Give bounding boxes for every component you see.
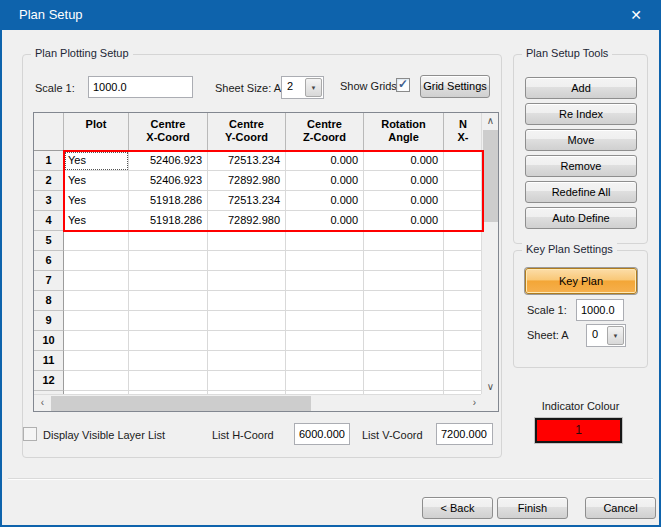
grid-cell[interactable]: Yes: [64, 211, 129, 231]
key-plan-sheet-combo[interactable]: 0 ▼: [586, 324, 626, 347]
grid-cell[interactable]: 0.000: [364, 171, 444, 191]
grid-cell[interactable]: [208, 351, 286, 371]
grid-cell[interactable]: [364, 371, 444, 391]
grid-cell[interactable]: [64, 251, 129, 271]
grid-cell[interactable]: [364, 331, 444, 351]
grid-cell[interactable]: 0.000: [286, 211, 364, 231]
grid-cell[interactable]: [444, 251, 483, 271]
grid-cell[interactable]: 0.000: [364, 151, 444, 171]
display-visible-layer-list-checkbox[interactable]: [23, 427, 37, 441]
row-header[interactable]: 1: [34, 151, 64, 171]
scroll-left-icon[interactable]: ‹: [34, 395, 51, 412]
scale-input[interactable]: [88, 76, 193, 98]
grid-cell[interactable]: 0.000: [286, 191, 364, 211]
grid-cell[interactable]: [208, 231, 286, 251]
grid-cell[interactable]: [129, 331, 208, 351]
grid-cell[interactable]: [64, 331, 129, 351]
grid-settings-button[interactable]: Grid Settings: [420, 75, 490, 98]
grid-cell[interactable]: 51918.286: [129, 191, 208, 211]
grid-cell[interactable]: [286, 291, 364, 311]
grid-cell[interactable]: 72892.980: [208, 211, 286, 231]
grid-cell[interactable]: 72892.980: [208, 171, 286, 191]
grid-cell[interactable]: [364, 351, 444, 371]
grid-cell[interactable]: [129, 231, 208, 251]
grid-cell[interactable]: [364, 291, 444, 311]
grid-cell[interactable]: [286, 371, 364, 391]
row-header[interactable]: 12: [34, 371, 64, 391]
tools-button-re-index[interactable]: Re Index: [525, 103, 637, 125]
grid-cell[interactable]: 72513.234: [208, 151, 286, 171]
grid-cell[interactable]: [64, 371, 129, 391]
grid-cell[interactable]: [64, 291, 129, 311]
grid-cell[interactable]: [129, 371, 208, 391]
horizontal-scrollbar-thumb[interactable]: [51, 396, 311, 411]
grid-cell[interactable]: [444, 291, 483, 311]
grid-cell[interactable]: [444, 231, 483, 251]
row-header[interactable]: 6: [34, 251, 64, 271]
grid-cell[interactable]: [444, 311, 483, 331]
grid-cell[interactable]: [208, 371, 286, 391]
tools-button-add[interactable]: Add: [525, 77, 637, 99]
tools-button-redefine-all[interactable]: Redefine All: [525, 181, 637, 203]
scroll-up-icon[interactable]: ∧: [482, 113, 499, 130]
grid-cell[interactable]: [64, 351, 129, 371]
grid-cell[interactable]: [208, 251, 286, 271]
grid-cell[interactable]: [129, 291, 208, 311]
grid-cell[interactable]: [129, 271, 208, 291]
finish-button[interactable]: Finish: [497, 497, 568, 519]
grid-cell[interactable]: [444, 271, 483, 291]
key-plan-scale-input[interactable]: [576, 299, 624, 321]
grid-cell[interactable]: Yes: [64, 191, 129, 211]
grid-cell[interactable]: [444, 191, 483, 211]
grid-cell[interactable]: 52406.923: [129, 171, 208, 191]
show-grids-checkbox[interactable]: ✓: [396, 78, 410, 92]
grid-cell[interactable]: [286, 231, 364, 251]
grid-cell[interactable]: [444, 171, 483, 191]
grid-cell[interactable]: [364, 311, 444, 331]
row-header[interactable]: 10: [34, 331, 64, 351]
grid-cell[interactable]: [64, 311, 129, 331]
grid-cell[interactable]: [364, 271, 444, 291]
grid-cell[interactable]: Yes: [64, 151, 129, 171]
grid-cell[interactable]: [129, 251, 208, 271]
row-header[interactable]: 11: [34, 351, 64, 371]
tools-button-auto-define[interactable]: Auto Define: [525, 207, 637, 229]
grid-cell[interactable]: [208, 271, 286, 291]
row-header[interactable]: 9: [34, 311, 64, 331]
row-header[interactable]: 5: [34, 231, 64, 251]
vertical-scrollbar-thumb[interactable]: [483, 130, 498, 222]
back-button[interactable]: < Back: [422, 497, 493, 519]
chevron-down-icon[interactable]: ▼: [607, 326, 624, 345]
grid-cell[interactable]: [208, 331, 286, 351]
horizontal-scrollbar[interactable]: ‹ ›: [34, 394, 483, 411]
grid-cell[interactable]: [208, 291, 286, 311]
tools-button-remove[interactable]: Remove: [525, 155, 637, 177]
grid-cell[interactable]: [444, 371, 483, 391]
grid-cell[interactable]: [364, 251, 444, 271]
indicator-colour-swatch[interactable]: 1: [535, 418, 622, 443]
tools-button-move[interactable]: Move: [525, 129, 637, 151]
grid-cell[interactable]: 0.000: [286, 171, 364, 191]
row-header[interactable]: 4: [34, 211, 64, 231]
grid-cell[interactable]: [286, 271, 364, 291]
grid-cell[interactable]: 0.000: [364, 211, 444, 231]
grid-cell[interactable]: [286, 331, 364, 351]
grid-cell[interactable]: [286, 311, 364, 331]
list-v-coord-input[interactable]: [436, 423, 493, 445]
grid-cell[interactable]: [286, 251, 364, 271]
grid-cell[interactable]: 0.000: [364, 191, 444, 211]
grid-cell[interactable]: 51918.286: [129, 211, 208, 231]
grid-cell[interactable]: 72513.234: [208, 191, 286, 211]
grid-cell[interactable]: Yes: [64, 171, 129, 191]
row-header[interactable]: 2: [34, 171, 64, 191]
grid-cell[interactable]: [208, 311, 286, 331]
grid-cell[interactable]: [129, 311, 208, 331]
chevron-down-icon[interactable]: ▼: [305, 78, 322, 97]
titlebar[interactable]: Plan Setup ✕: [0, 0, 661, 30]
grid-cell[interactable]: [444, 331, 483, 351]
grid-cell[interactable]: [64, 271, 129, 291]
grid-cell[interactable]: [444, 151, 483, 171]
row-header[interactable]: 7: [34, 271, 64, 291]
grid-cell[interactable]: [64, 231, 129, 251]
row-header[interactable]: 3: [34, 191, 64, 211]
